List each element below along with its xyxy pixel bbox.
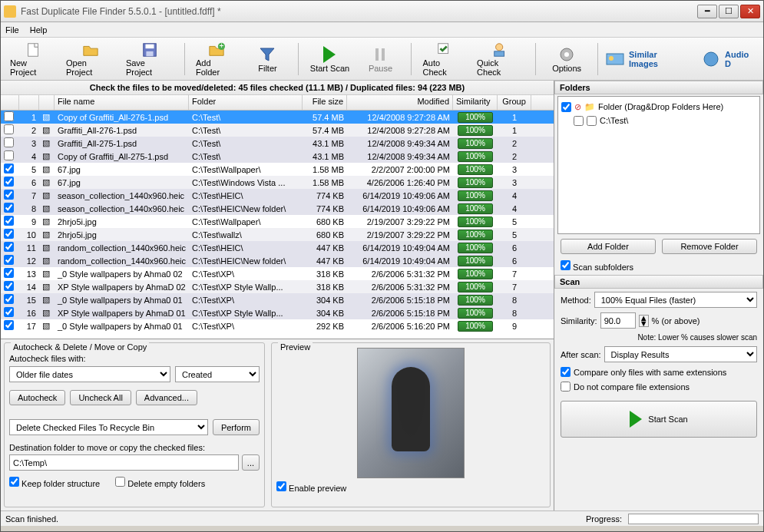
app-icon: [4, 5, 16, 18]
row-checkbox[interactable]: [4, 203, 14, 213]
autocheck-panel: Autocheck & Delete / Move or Copy Autoch…: [4, 342, 265, 507]
table-row[interactable]: 7 ▧ season_collection_1440x960.heicC:\Te…: [1, 189, 554, 202]
menu-file[interactable]: File: [5, 25, 19, 35]
auto-check-button[interactable]: Auto Check: [419, 40, 469, 78]
row-checkbox[interactable]: [4, 150, 14, 160]
table-row[interactable]: 15 ▧ _0 Style wallpapers by Ahma0 01C:\T…: [1, 293, 554, 306]
table-row[interactable]: 13 ▧ _0 Style wallpapers by Ahma0 02C:\T…: [1, 267, 554, 280]
table-row[interactable]: 6 ▧ 67.jpgC:\Test\Windows Vista ... 1.58…: [1, 176, 554, 189]
browse-destination-button[interactable]: ...: [242, 454, 260, 471]
start-scan-big-button[interactable]: Start Scan: [561, 401, 757, 438]
row-checkbox[interactable]: [4, 111, 14, 121]
scan-note: Note: Lower % causes slower scan: [561, 333, 757, 342]
add-folder-button[interactable]: +Add Folder: [193, 40, 240, 78]
autocheck-criteria-select[interactable]: Older file dates: [9, 366, 170, 382]
row-checkbox[interactable]: [4, 294, 14, 304]
destination-input[interactable]: [9, 454, 239, 471]
perform-button[interactable]: Perform: [213, 419, 260, 435]
folder-include-check[interactable]: [561, 102, 571, 112]
folder-tree[interactable]: ⊘📁Folder (Drag&Drop Folders Here) C:\Tes…: [557, 96, 760, 234]
row-checkbox[interactable]: [4, 320, 14, 330]
autocheck-button[interactable]: Autocheck: [9, 390, 65, 405]
menubar: File Help: [1, 22, 763, 38]
row-checkbox[interactable]: [4, 307, 14, 317]
folder-item[interactable]: C:\Test\: [600, 116, 628, 125]
filter-button[interactable]: Filter: [244, 40, 290, 78]
same-ext-checkbox[interactable]: Compare only files with same extensions: [561, 367, 757, 377]
similarity-input[interactable]: [600, 312, 636, 329]
row-checkbox[interactable]: [4, 268, 14, 278]
minimize-button[interactable]: ━: [697, 5, 717, 18]
after-scan-select[interactable]: Display Results: [604, 346, 757, 362]
table-row[interactable]: 1 ▧ Copy of Graffiti_All-276-1.psdC:\Tes…: [1, 111, 554, 124]
row-checkbox[interactable]: [4, 164, 14, 173]
table-row[interactable]: 3 ▧ Graffiti_All-275-1.psdC:\Test\ 43.1 …: [1, 137, 554, 150]
pause-button[interactable]: Pause: [357, 40, 403, 78]
table-row[interactable]: 8 ▧ season_collection_1440x960.heicC:\Te…: [1, 202, 554, 215]
row-checkbox[interactable]: [4, 281, 14, 291]
delete-empty-checkbox[interactable]: Delete empty folders: [115, 477, 205, 488]
row-checkbox[interactable]: [4, 216, 14, 226]
table-row[interactable]: 12 ▧ random_collection_1440x960.heicC:\T…: [1, 254, 554, 267]
delete-action-select[interactable]: Delete Checked Files To Recycle Bin: [9, 419, 208, 435]
menu-help[interactable]: Help: [30, 25, 48, 35]
file-icon: ▧: [42, 112, 53, 123]
maximize-button[interactable]: ☐: [719, 5, 739, 18]
start-scan-button[interactable]: Start Scan: [306, 40, 352, 78]
svg-rect-3: [146, 51, 153, 55]
sim-down[interactable]: ▼: [640, 321, 648, 326]
table-row[interactable]: 17 ▧ _0 Style wallpapers by Ahma0 01C:\T…: [1, 319, 554, 332]
col-size[interactable]: File size: [303, 95, 347, 110]
row-checkbox[interactable]: [4, 177, 14, 187]
row-checkbox[interactable]: [4, 229, 14, 239]
col-group[interactable]: Group: [498, 95, 531, 110]
table-row[interactable]: 14 ▧ XP Style wallpapers by AhmaD 02C:\T…: [1, 280, 554, 293]
remove-folder-button[interactable]: Remove Folder: [662, 239, 757, 254]
row-checkbox[interactable]: [4, 137, 14, 147]
row-checkbox[interactable]: [4, 124, 14, 134]
table-row[interactable]: 4 ▧ Copy of Graffiti_All-275-1.psdC:\Tes…: [1, 150, 554, 163]
row-checkbox[interactable]: [4, 242, 14, 252]
quick-check-button[interactable]: Quick Check: [474, 40, 528, 78]
file-icon: ▧: [42, 243, 53, 253]
preview-panel: Preview Enable preview: [271, 342, 551, 507]
col-filename[interactable]: File name: [55, 95, 189, 110]
method-select[interactable]: 100% Equal Files (faster): [594, 292, 757, 308]
no-ext-checkbox[interactable]: Do not compare file extensions: [561, 382, 757, 392]
new-project-button[interactable]: New Project: [7, 40, 58, 78]
file-icon: ▧: [42, 308, 53, 319]
enable-preview-checkbox[interactable]: Enable preview: [276, 481, 545, 493]
keep-structure-checkbox[interactable]: Keep folder structure: [9, 477, 100, 488]
file-icon: ▧: [42, 282, 53, 292]
table-row[interactable]: 5 ▧ 67.jpgC:\Test\Wallpaper\ 1.58 MB2/2/…: [1, 163, 554, 176]
options-button[interactable]: Options: [544, 40, 590, 78]
table-row[interactable]: 16 ▧ XP Style wallpapers by AhmaD 01C:\T…: [1, 306, 554, 319]
folders-header: Folders: [554, 81, 763, 94]
scan-header: Scan: [554, 275, 763, 289]
window-title: Fast Duplicate File Finder 5.5.0.1 - [un…: [21, 6, 697, 17]
table-row[interactable]: 2 ▧ Graffiti_All-276-1.psdC:\Test\ 57.4 …: [1, 124, 554, 137]
similar-images-link[interactable]: Similar Images: [606, 50, 688, 68]
close-button[interactable]: ✕: [740, 5, 760, 18]
open-project-button[interactable]: Open Project: [63, 40, 118, 78]
file-icon: ▧: [42, 177, 53, 188]
folder-item-check[interactable]: [574, 116, 584, 126]
table-row[interactable]: 10 ▧ 2hrjo5i.jpgC:\Test\wallz\ 680 KB2/1…: [1, 228, 554, 241]
advanced-button[interactable]: Advanced...: [136, 390, 197, 405]
audio-link[interactable]: Audio D: [702, 50, 757, 68]
add-folder-right-button[interactable]: Add Folder: [561, 239, 656, 254]
col-similarity[interactable]: Similarity: [453, 95, 498, 110]
autocheck-date-select[interactable]: Created: [175, 366, 260, 382]
table-row[interactable]: 11 ▧ random_collection_1440x960.heicC:\T…: [1, 241, 554, 254]
table-row[interactable]: 9 ▧ 2hrjo5i.jpgC:\Test\Wallpaper\ 680 KB…: [1, 215, 554, 228]
file-icon: ▧: [42, 269, 53, 279]
row-checkbox[interactable]: [4, 190, 14, 200]
col-modified[interactable]: Modified: [347, 95, 453, 110]
save-project-button[interactable]: Save Project: [123, 40, 177, 78]
file-grid[interactable]: 1 ▧ Copy of Graffiti_All-276-1.psdC:\Tes…: [1, 111, 554, 339]
scan-subfolders-checkbox[interactable]: Scan subfolders: [554, 257, 763, 275]
col-folder[interactable]: Folder: [189, 95, 303, 110]
row-checkbox[interactable]: [4, 255, 14, 265]
uncheck-all-button[interactable]: Uncheck All: [70, 390, 131, 405]
play-icon: [630, 411, 642, 428]
